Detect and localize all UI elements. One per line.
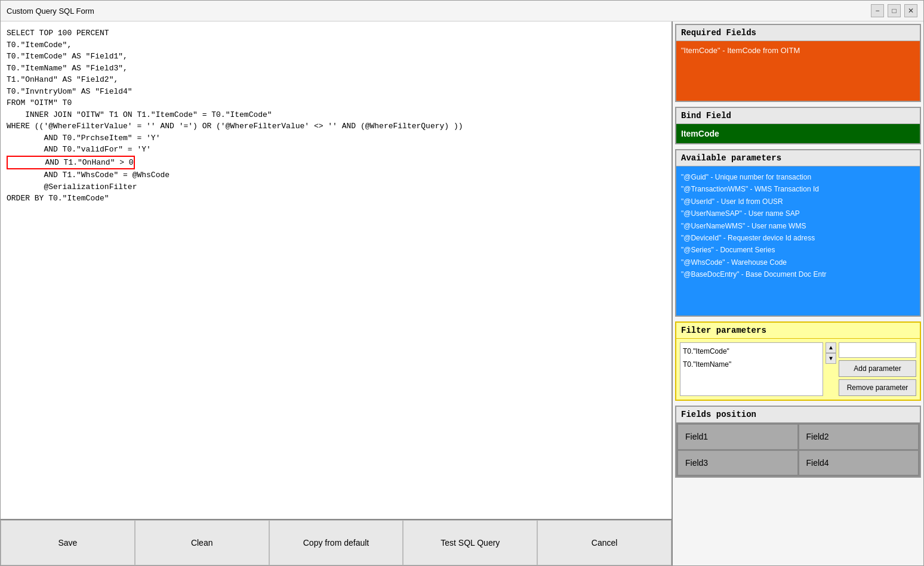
fields-grid: Field1Field2Field3Field4 — [676, 423, 920, 477]
available-param-item: "@UserNameSAP" - User name SAP — [681, 208, 915, 219]
remove-parameter-button[interactable]: Remove parameter — [839, 379, 916, 396]
filter-right: Add parameter Remove parameter — [839, 342, 916, 396]
add-parameter-button[interactable]: Add parameter — [839, 360, 916, 377]
bind-field-content: ItemCode — [676, 124, 920, 143]
copy-from-default-button[interactable]: Copy from default — [269, 520, 404, 565]
field-position-cell: Field1 — [678, 425, 797, 449]
filter-body: T0."ItemCode"T0."ItemName" ▲ ▼ Add param… — [676, 339, 920, 400]
fields-position-section: Fields position Field1Field2Field3Field4 — [675, 406, 921, 478]
filter-parameters-section: Filter parameters T0."ItemCode"T0."ItemN… — [675, 321, 921, 401]
save-button[interactable]: Save — [1, 520, 135, 565]
test-sql-query-button[interactable]: Test SQL Query — [403, 520, 537, 565]
available-param-item: "@UserId" - User Id from OUSR — [681, 196, 915, 208]
main-content: SELECT TOP 100 PERCENT T0."ItemCode", T0… — [1, 21, 923, 565]
available-param-item: "@DeviceId" - Requester device Id adress — [681, 232, 915, 244]
maximize-button[interactable]: □ — [888, 4, 901, 17]
required-fields-title: Required Fields — [676, 25, 920, 41]
available-parameters-content: "@Guid" - Unique number for transaction"… — [676, 166, 920, 316]
filter-scroll: ▲ ▼ — [826, 342, 836, 396]
available-parameters-section: Available parameters "@Guid" - Unique nu… — [675, 149, 921, 317]
field-position-cell: Field2 — [799, 425, 919, 449]
available-param-item: "@WhsCode" - Warehouse Code — [681, 256, 915, 268]
right-panel: Required Fields "ItemCode" - ItemCode fr… — [673, 21, 923, 565]
field-position-cell: Field3 — [678, 451, 797, 475]
bind-field-title: Bind Field — [676, 108, 920, 124]
sql-editor-area: SELECT TOP 100 PERCENT T0."ItemCode", T0… — [1, 21, 673, 565]
main-window: Custom Query SQL Form − □ ✕ SELECT TOP 1… — [0, 0, 924, 566]
filter-input[interactable] — [839, 342, 916, 358]
available-param-item: "@Guid" - Unique number for transaction — [681, 171, 915, 183]
available-param-item: "@TransactionWMS" - WMS Transaction Id — [681, 183, 915, 195]
clean-button[interactable]: Clean — [135, 520, 269, 565]
available-param-item: "@UserNameWMS" - User name WMS — [681, 220, 915, 232]
button-bar: Save Clean Copy from default Test SQL Qu… — [1, 519, 672, 565]
scroll-down-button[interactable]: ▼ — [826, 353, 836, 364]
title-bar-controls: − □ ✕ — [871, 4, 917, 17]
available-parameters-title: Available parameters — [676, 150, 920, 166]
title-bar: Custom Query SQL Form − □ ✕ — [1, 1, 923, 21]
filter-list[interactable]: T0."ItemCode"T0."ItemName" — [680, 342, 823, 396]
available-param-item: "@Series" - Document Series — [681, 244, 915, 256]
highlighted-sql-line: AND T1."OnHand" > 0 — [7, 156, 135, 170]
cancel-button[interactable]: Cancel — [537, 520, 672, 565]
close-button[interactable]: ✕ — [904, 4, 917, 17]
filter-parameters-title: Filter parameters — [676, 323, 920, 339]
sql-editor[interactable]: SELECT TOP 100 PERCENT T0."ItemCode", T0… — [1, 21, 672, 519]
available-param-item: "@BaseDocEntry" - Base Document Doc Entr — [681, 268, 915, 280]
filter-list-item[interactable]: T0."ItemName" — [683, 358, 820, 372]
fields-position-title: Fields position — [676, 407, 920, 423]
filter-list-item[interactable]: T0."ItemCode" — [683, 345, 820, 358]
field-position-cell: Field4 — [799, 451, 919, 475]
minimize-button[interactable]: − — [871, 4, 884, 17]
bind-field-section: Bind Field ItemCode — [675, 107, 921, 144]
scroll-up-button[interactable]: ▲ — [826, 342, 836, 353]
required-fields-section: Required Fields "ItemCode" - ItemCode fr… — [675, 24, 921, 102]
window-title: Custom Query SQL Form — [7, 7, 94, 16]
required-fields-content: "ItemCode" - ItemCode from OITM — [676, 41, 920, 101]
